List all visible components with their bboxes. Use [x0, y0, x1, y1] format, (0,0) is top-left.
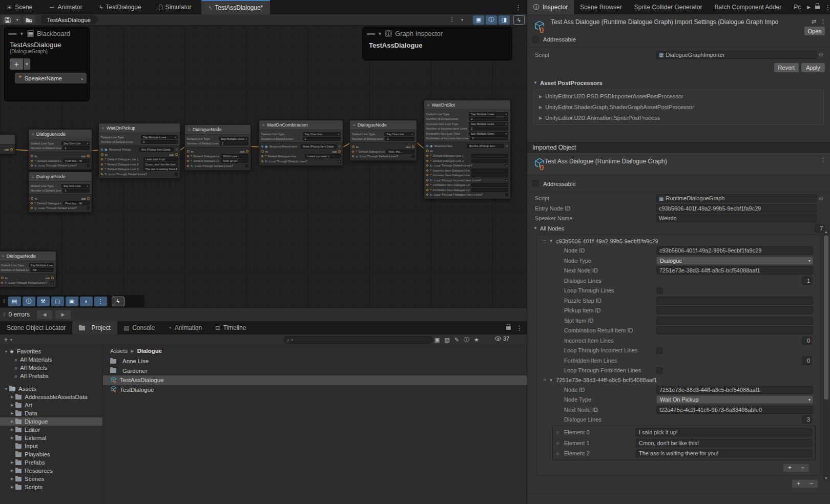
- tree-item-resources[interactable]: ▶Resources: [0, 467, 102, 475]
- drag-handle-icon[interactable]: ≡: [556, 440, 564, 446]
- node-title-bar[interactable]: ≡WaitOnCombination: [259, 120, 343, 130]
- node-title-bar[interactable]: ≡DialogueNode: [350, 120, 417, 130]
- foldout-arrow-icon[interactable]: ▶: [9, 469, 15, 473]
- prop-dropdown[interactable]: Say One Line▾: [384, 132, 414, 136]
- element-row[interactable]: ≡Element 1Cmon, don't be like this!: [553, 438, 815, 449]
- graph-node-wop[interactable]: ≡WaitOnPickupDefault Line TypeSay Multip…: [98, 123, 180, 179]
- create-asset-caret-icon[interactable]: ▾: [10, 338, 12, 342]
- save-dropdown-caret-icon[interactable]: ▾: [14, 15, 21, 24]
- line-text-field[interactable]: [471, 188, 508, 192]
- search-filter-caret-icon[interactable]: ▾: [292, 338, 294, 342]
- all-nodes-foldout[interactable]: ▼ All Nodes 7: [527, 223, 830, 234]
- checkbox[interactable]: [411, 155, 414, 158]
- object-picker-icon[interactable]: ⊙: [506, 144, 508, 148]
- node-title-bar[interactable]: ≡StartNode: [0, 135, 15, 144]
- graph-node-woc[interactable]: ≡WaitOnCombinationDefault Line TypeSay O…: [259, 120, 343, 166]
- add-node-button[interactable]: +: [792, 480, 805, 488]
- breadcrumb[interactable]: TestAssDialogue: [41, 15, 99, 25]
- addressable-checkbox[interactable]: [532, 180, 539, 187]
- prop-dropdown[interactable]: Say One Line▾: [61, 184, 90, 188]
- element-value-field[interactable]: I said pick it up!: [636, 428, 812, 436]
- line-text-field[interactable]: [471, 183, 508, 187]
- inspector-panel-icon[interactable]: ⓘ: [23, 297, 35, 306]
- overflow-menu-icon[interactable]: ⋮: [446, 15, 457, 24]
- graph-canvas[interactable]: ══ ▼ ▦ Blackboard TestAssDialogue (Dialo…: [0, 26, 527, 307]
- foldout-arrow-icon[interactable]: ▶: [9, 411, 15, 415]
- prop-dropdown[interactable]: Say One Line▾: [61, 141, 90, 145]
- prop-dropdown[interactable]: Say Multiple Lines▾: [469, 132, 508, 136]
- element-value-field[interactable]: Cmon, don't be like this!: [636, 439, 812, 447]
- tree-item-assets[interactable]: ▼Assets: [0, 385, 102, 393]
- object-field[interactable]: Meat (Pickup Item Data): [301, 144, 337, 149]
- remove-node-button[interactable]: −: [805, 480, 818, 488]
- value-field[interactable]: [656, 297, 813, 305]
- value-field[interactable]: c93b5606-401f-49a2-99b5-9ecbf1fa9c29: [656, 246, 813, 255]
- foldout-label[interactable]: ▶Forbidden Item Lines: [564, 358, 656, 364]
- prop-dropdown[interactable]: Say One Line▾: [303, 132, 341, 136]
- foldout-label[interactable]: ▶Dialogue Lines: [564, 278, 656, 284]
- graph-inspector-header[interactable]: ══ ▼ ⓘ Graph Inspector: [363, 27, 512, 40]
- output-port[interactable]: out: [81, 154, 90, 158]
- input-port[interactable]: in: [31, 197, 37, 200]
- inspector-toggle-icon[interactable]: ⓘ: [486, 15, 497, 25]
- element-value-field[interactable]: The ass is waiting there for you!: [636, 449, 812, 457]
- postprocessor-item[interactable]: ▶UnityEditor.U2D.Animation.SpritePostPro…: [534, 113, 823, 123]
- graph-node-dn3[interactable]: ≡DialogueNodeDefault Line TypeSay Multip…: [184, 124, 251, 171]
- foldout-label[interactable]: ▶Incorrect Item Lines: [564, 338, 656, 344]
- node-entry-header[interactable]: =▼7251e73e-38d3-44ff-a8c5-bcf54088aaf1: [537, 375, 820, 385]
- collapse-icon[interactable]: ‹: [81, 75, 83, 81]
- add-property-caret-icon[interactable]: ▼: [24, 58, 30, 70]
- blackboard-panel[interactable]: ══ ▼ ▦ Blackboard TestAssDialogue (Dialo…: [4, 27, 90, 101]
- addressable-checkbox[interactable]: [532, 36, 539, 43]
- foldout-arrow-icon[interactable]: ▶: [9, 477, 15, 481]
- prop-number-field[interactable]: 1: [303, 137, 341, 141]
- revert-button[interactable]: Revert: [774, 63, 799, 72]
- tree-item-addressableassetsdata[interactable]: ▶AddressableAssetsData: [0, 393, 102, 401]
- input-port[interactable]: in: [187, 150, 194, 153]
- output-port[interactable]: out: [169, 153, 178, 156]
- graph-edge[interactable]: [14, 150, 29, 151]
- context-menu-icon[interactable]: ⋮: [820, 18, 826, 25]
- node-entry-header[interactable]: =▼c93b5606-401f-49a2-99b5-9ecbf1fa9c29: [537, 237, 820, 246]
- prop-number-field[interactable]: -55: [30, 268, 54, 272]
- script-field[interactable]: ▦DialogueGraphImporter: [656, 51, 817, 59]
- tree-item-editor[interactable]: ▶Editor: [0, 426, 102, 434]
- drag-handle-icon[interactable]: ≡: [556, 429, 564, 435]
- graph-node-dn2[interactable]: ≡DialogueNodeDefault Line TypeSay One Li…: [28, 172, 92, 213]
- input-port[interactable]: in: [1, 276, 8, 280]
- foldout-arrow-icon[interactable]: ▶: [9, 395, 15, 399]
- save-icon[interactable]: [2, 15, 13, 24]
- add-element-button[interactable]: +: [783, 464, 796, 472]
- foldout-arrow-icon[interactable]: ▼: [549, 239, 553, 243]
- object-field[interactable]: Bonfire (Pickup Item: [467, 144, 504, 148]
- next-error-button[interactable]: ▶: [55, 310, 71, 319]
- tree-item-art[interactable]: ▶Art: [0, 401, 102, 409]
- speaker-name-field[interactable]: Weirdo: [656, 214, 817, 222]
- inspector-tab-pc[interactable]: Pc: [787, 0, 807, 14]
- tree-item-data[interactable]: ▶Data: [0, 409, 102, 417]
- inspector-lock-icon[interactable]: [815, 6, 820, 9]
- input-port[interactable]: in: [101, 153, 108, 156]
- bottom-tab-project[interactable]: Project: [72, 321, 117, 334]
- foldout-arrow-icon[interactable]: ▶: [9, 460, 15, 465]
- remove-element-button[interactable]: −: [796, 464, 809, 472]
- line-text-field[interactable]: [471, 169, 508, 173]
- context-menu-icon[interactable]: ⋮: [820, 157, 826, 163]
- foldout-arrow-icon[interactable]: ▶: [9, 428, 15, 432]
- object-field[interactable]: Ass (Pickup Item Data): [139, 148, 174, 152]
- tools-panel-icon[interactable]: ⚒: [37, 297, 50, 306]
- tree-item-external[interactable]: ▶External: [0, 434, 102, 442]
- tab-strip-menu-icon[interactable]: ⋮: [510, 0, 527, 14]
- line-text-field[interactable]: [471, 173, 508, 177]
- bottom-tab-animation[interactable]: ◔Animation: [161, 321, 209, 334]
- input-port[interactable]: in: [426, 149, 433, 153]
- output-port[interactable]: out: [332, 150, 341, 153]
- output-port[interactable]: out: [406, 145, 414, 149]
- add-property-button[interactable]: ＋: [10, 58, 23, 70]
- foldout-arrow-icon[interactable]: ▼: [378, 31, 382, 36]
- folder-save-icon[interactable]: [23, 15, 35, 24]
- tree-item-input[interactable]: Input: [0, 442, 102, 450]
- presets-icon[interactable]: ⇄: [812, 18, 816, 25]
- inspector-tab-sprite-collider-generator[interactable]: Sprite Collider Generator: [628, 0, 709, 14]
- tree-item-playables[interactable]: Playables: [0, 450, 102, 458]
